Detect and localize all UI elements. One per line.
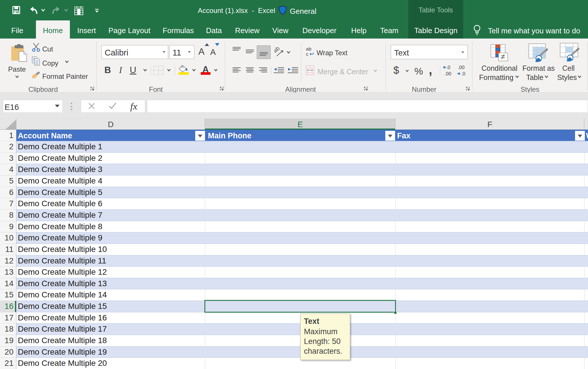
svg-text:≠: ≠ bbox=[501, 52, 505, 61]
svg-text:.00: .00 bbox=[445, 71, 451, 77]
svg-text:c: c bbox=[306, 51, 309, 57]
svg-text:ab: ab bbox=[306, 47, 311, 52]
svg-text:.0: .0 bbox=[461, 71, 465, 77]
svg-text:.00: .00 bbox=[458, 65, 465, 70]
svg-text:.0: .0 bbox=[446, 65, 450, 70]
svg-text:ab: ab bbox=[274, 47, 281, 54]
